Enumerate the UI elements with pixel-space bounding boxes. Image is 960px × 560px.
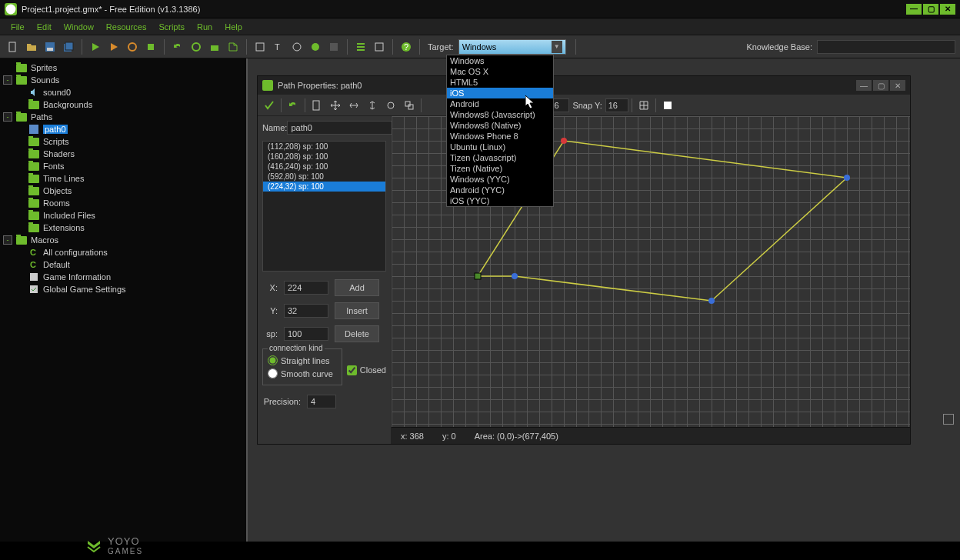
- add-button[interactable]: Add: [335, 279, 379, 296]
- export-icon[interactable]: [225, 38, 242, 55]
- save-all-icon[interactable]: [60, 38, 77, 55]
- menu-file[interactable]: File: [6, 21, 29, 33]
- insert-button[interactable]: Insert: [335, 302, 379, 319]
- script-icon[interactable]: [288, 38, 305, 55]
- kb-input[interactable]: [817, 40, 955, 54]
- tree-node-all-configurations[interactable]: CAll configurations: [0, 246, 246, 258]
- tree-node-macros[interactable]: -Macros: [0, 234, 246, 246]
- expander-icon[interactable]: -: [3, 112, 12, 122]
- dropdown-option[interactable]: Windows Phone 8: [447, 131, 553, 142]
- dropdown-option[interactable]: Android: [447, 98, 553, 109]
- dropdown-option[interactable]: Ubuntu (Linux): [447, 142, 553, 152]
- path-window-titlebar[interactable]: Path Properties: path0 — ▢ ✕: [258, 76, 910, 95]
- rotate-icon[interactable]: [382, 97, 399, 114]
- target-dropdown[interactable]: WindowsMac OS XHTML5iOSAndroidWindows8 (…: [446, 55, 554, 207]
- background-icon[interactable]: [659, 97, 676, 114]
- tree-node-path0[interactable]: path0: [0, 123, 246, 135]
- dropdown-option[interactable]: Windows8 (Native): [447, 120, 553, 131]
- point-row[interactable]: (416,240) sp: 100: [263, 162, 385, 172]
- menu-window[interactable]: Window: [59, 21, 98, 33]
- dropdown-option[interactable]: Windows: [447, 55, 553, 66]
- open-file-icon[interactable]: [23, 38, 40, 55]
- tree-node-default[interactable]: CDefault: [0, 258, 246, 271]
- smooth-radio[interactable]: [268, 368, 278, 378]
- tree-node-included-files[interactable]: Included Files: [0, 209, 246, 222]
- tree-node-scripts[interactable]: Scripts: [0, 135, 246, 148]
- close-button[interactable]: ✕: [940, 4, 955, 15]
- path-window-maximize[interactable]: ▢: [873, 80, 888, 91]
- room-icon[interactable]: [325, 38, 342, 55]
- dropdown-option[interactable]: Tizen (Javascript): [447, 152, 553, 163]
- point-row[interactable]: (112,208) sp: 100: [263, 142, 385, 152]
- tree-node-global-game-settings[interactable]: Global Game Settings: [0, 283, 246, 295]
- expander-icon[interactable]: -: [3, 75, 12, 85]
- path-node-selected[interactable]: [561, 138, 567, 144]
- move-icon[interactable]: [327, 97, 344, 114]
- maximize-button[interactable]: ▢: [923, 4, 938, 15]
- panel-resize-marker[interactable]: [943, 414, 954, 425]
- tree-node-sprites[interactable]: Sprites: [0, 62, 246, 74]
- point-row[interactable]: (160,208) sp: 100: [263, 152, 385, 162]
- undo-path-icon[interactable]: [285, 97, 302, 114]
- point-list[interactable]: (112,208) sp: 100(160,208) sp: 100(416,2…: [262, 141, 386, 272]
- precision-input[interactable]: [307, 395, 336, 408]
- clear-icon[interactable]: [308, 97, 325, 114]
- tree-node-shaders[interactable]: Shaders: [0, 148, 246, 160]
- object-icon[interactable]: [307, 38, 324, 55]
- scale-icon[interactable]: [401, 97, 418, 114]
- path-node[interactable]: [844, 175, 850, 181]
- menu-help[interactable]: Help: [220, 21, 247, 33]
- undo-icon[interactable]: [169, 38, 186, 55]
- tree-node-rooms[interactable]: Rooms: [0, 197, 246, 209]
- target-select[interactable]: Windows ▼: [458, 39, 566, 55]
- refresh-icon[interactable]: [188, 38, 205, 55]
- dropdown-option[interactable]: Windows8 (Javascript): [447, 109, 553, 120]
- name-input[interactable]: [287, 121, 401, 135]
- x-input[interactable]: [284, 281, 328, 295]
- dropdown-option[interactable]: Android (YYC): [447, 185, 553, 195]
- dropdown-option[interactable]: Tizen (Native): [447, 163, 553, 174]
- y-input[interactable]: [284, 304, 328, 318]
- snapy-input[interactable]: [605, 98, 628, 112]
- straight-radio[interactable]: [268, 355, 278, 365]
- run-web-icon[interactable]: [124, 38, 141, 55]
- tree-node-game-information[interactable]: Game Information: [0, 271, 246, 283]
- save-icon[interactable]: [42, 38, 58, 55]
- tree-node-sounds[interactable]: -Sounds: [0, 74, 246, 86]
- stop-icon[interactable]: [142, 38, 159, 55]
- confirm-icon[interactable]: [261, 97, 278, 114]
- point-row[interactable]: (224,32) sp: 100: [263, 182, 385, 192]
- path-start-node[interactable]: [475, 273, 481, 279]
- settings-icon[interactable]: [371, 38, 388, 55]
- menu-scripts[interactable]: Scripts: [154, 21, 189, 33]
- dropdown-option[interactable]: HTML5: [447, 77, 553, 88]
- tree-node-time-lines[interactable]: Time Lines: [0, 172, 246, 185]
- path-node[interactable]: [708, 298, 715, 304]
- path-node[interactable]: [512, 273, 518, 279]
- menu-edit[interactable]: Edit: [32, 21, 56, 33]
- dropdown-option[interactable]: Mac OS X: [447, 66, 553, 77]
- tree-node-backgrounds[interactable]: Backgrounds: [0, 98, 246, 111]
- grid-icon[interactable]: [635, 97, 652, 114]
- text-icon[interactable]: T: [270, 38, 287, 55]
- run-icon[interactable]: [87, 38, 104, 55]
- dropdown-option[interactable]: iOS (YYC): [447, 195, 553, 206]
- minimize-button[interactable]: —: [906, 4, 922, 15]
- list-icon[interactable]: [352, 38, 369, 55]
- menu-resources[interactable]: Resources: [102, 21, 152, 33]
- closed-checkbox[interactable]: [347, 365, 357, 375]
- debug-icon[interactable]: [105, 38, 122, 55]
- point-row[interactable]: (592,80) sp: 100: [263, 172, 385, 182]
- flip-h-icon[interactable]: [345, 97, 362, 114]
- delete-button[interactable]: Delete: [335, 325, 379, 342]
- flip-v-icon[interactable]: [364, 97, 381, 114]
- tree-node-paths[interactable]: -Paths: [0, 111, 246, 123]
- dropdown-option[interactable]: Windows (YYC): [447, 174, 553, 185]
- tree-node-fonts[interactable]: Fonts: [0, 160, 246, 172]
- sp-input[interactable]: [284, 327, 328, 341]
- menu-run[interactable]: Run: [192, 21, 217, 33]
- tree-node-objects[interactable]: Objects: [0, 185, 246, 197]
- path-window-close[interactable]: ✕: [890, 80, 905, 91]
- resource-tree[interactable]: Sprites-Soundssound0Backgrounds-Pathspat…: [0, 58, 248, 542]
- tree-node-sound0[interactable]: sound0: [0, 86, 246, 98]
